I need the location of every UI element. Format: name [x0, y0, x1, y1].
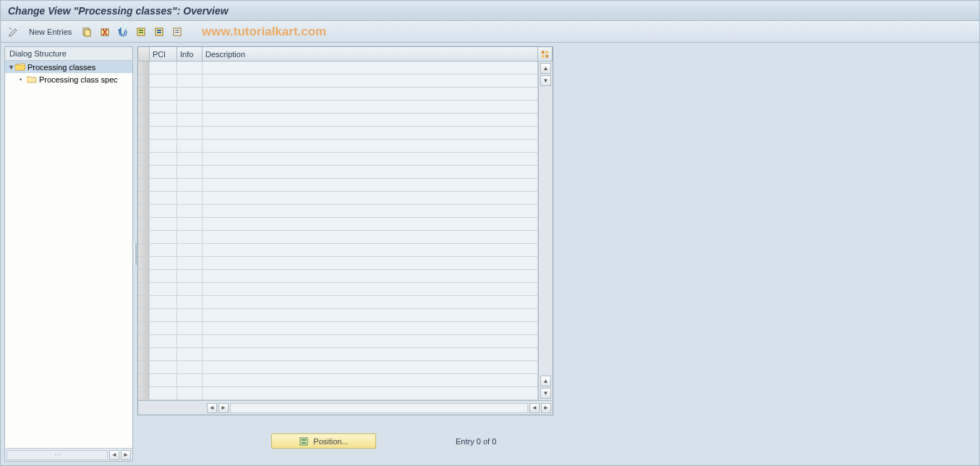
cell-info[interactable] [177, 192, 203, 204]
cell-description[interactable] [203, 244, 538, 256]
dialog-structure-tree[interactable]: ▼ Processing classes • Processing class … [5, 61, 132, 448]
table-row[interactable] [138, 192, 538, 205]
deselect-all-icon[interactable] [170, 25, 184, 39]
table-row[interactable] [138, 309, 538, 322]
cell-info[interactable] [177, 218, 203, 230]
grid-configure-icon[interactable] [538, 47, 553, 61]
cell-pcl[interactable] [150, 309, 177, 321]
table-row[interactable] [138, 348, 538, 361]
cell-pcl[interactable] [150, 257, 177, 269]
cell-description[interactable] [203, 309, 538, 321]
table-row[interactable] [138, 270, 538, 283]
table-row[interactable] [138, 218, 538, 231]
cell-description[interactable] [203, 114, 538, 126]
cell-info[interactable] [177, 283, 203, 295]
cell-info[interactable] [177, 348, 203, 360]
cell-info[interactable] [177, 374, 203, 386]
row-selector[interactable] [138, 62, 150, 74]
table-row[interactable] [138, 361, 538, 374]
cell-info[interactable] [177, 231, 203, 243]
cell-pcl[interactable] [150, 192, 177, 204]
table-row[interactable] [138, 114, 538, 127]
row-selector[interactable] [138, 218, 150, 230]
sidebar-hscroll[interactable]: ⋯ ◄ ► [5, 448, 132, 461]
row-selector[interactable] [138, 231, 150, 243]
grid-col-info[interactable]: Info [177, 47, 203, 61]
undo-icon[interactable] [116, 25, 130, 39]
sidebar-scroll-track[interactable]: ⋯ [7, 450, 108, 460]
row-selector[interactable] [138, 309, 150, 321]
cell-pcl[interactable] [150, 153, 177, 165]
table-row[interactable] [138, 322, 538, 335]
cell-description[interactable] [203, 387, 538, 399]
scroll-down-icon[interactable]: ▼ [540, 388, 551, 399]
scroll-right-icon[interactable]: ► [121, 450, 131, 460]
cell-description[interactable] [203, 231, 538, 243]
cell-pcl[interactable] [150, 387, 177, 399]
cell-pcl[interactable] [150, 166, 177, 178]
cell-info[interactable] [177, 127, 203, 139]
row-selector[interactable] [138, 374, 150, 386]
cell-pcl[interactable] [150, 361, 177, 373]
cell-pcl[interactable] [150, 88, 177, 100]
row-selector[interactable] [138, 270, 150, 282]
cell-info[interactable] [177, 166, 203, 178]
grid-select-all-cell[interactable] [138, 47, 150, 61]
cell-pcl[interactable] [150, 296, 177, 308]
grid-vscroll[interactable]: ▲ ▼ ▲ ▼ [538, 62, 553, 400]
position-button[interactable]: Position... [271, 433, 376, 449]
cell-description[interactable] [203, 153, 538, 165]
cell-description[interactable] [203, 257, 538, 269]
row-selector[interactable] [138, 361, 150, 373]
select-all-icon[interactable] [134, 25, 148, 39]
cell-info[interactable] [177, 361, 203, 373]
cell-pcl[interactable] [150, 127, 177, 139]
scroll-left-icon[interactable]: ◄ [207, 403, 217, 413]
cell-pcl[interactable] [150, 283, 177, 295]
table-row[interactable] [138, 283, 538, 296]
cell-description[interactable] [203, 192, 538, 204]
table-row[interactable] [138, 179, 538, 192]
table-row[interactable] [138, 166, 538, 179]
row-selector[interactable] [138, 179, 150, 191]
tree-item-processing-classes[interactable]: ▼ Processing classes [5, 61, 132, 73]
row-selector[interactable] [138, 140, 150, 152]
cell-description[interactable] [203, 205, 538, 217]
new-entries-button[interactable]: New Entries [25, 26, 76, 38]
cell-description[interactable] [203, 335, 538, 347]
cell-info[interactable] [177, 309, 203, 321]
cell-description[interactable] [203, 296, 538, 308]
row-selector[interactable] [138, 348, 150, 360]
table-row[interactable] [138, 88, 538, 101]
scroll-down-icon[interactable]: ▼ [540, 75, 551, 86]
row-selector[interactable] [138, 296, 150, 308]
cell-info[interactable] [177, 114, 203, 126]
table-row[interactable] [138, 374, 538, 387]
row-selector[interactable] [138, 283, 150, 295]
cell-description[interactable] [203, 374, 538, 386]
row-selector[interactable] [138, 244, 150, 256]
cell-info[interactable] [177, 387, 203, 399]
scroll-right-icon[interactable]: ► [218, 403, 229, 413]
cell-pcl[interactable] [150, 335, 177, 347]
scroll-left-icon[interactable]: ◄ [529, 403, 540, 413]
cell-description[interactable] [203, 127, 538, 139]
cell-info[interactable] [177, 88, 203, 100]
cell-pcl[interactable] [150, 231, 177, 243]
table-row[interactable] [138, 231, 538, 244]
cell-pcl[interactable] [150, 322, 177, 334]
cell-description[interactable] [203, 348, 538, 360]
cell-info[interactable] [177, 179, 203, 191]
scroll-left-icon[interactable]: ◄ [109, 450, 119, 460]
grid-col-pcl[interactable]: PCl [150, 47, 177, 61]
table-row[interactable] [138, 257, 538, 270]
cell-pcl[interactable] [150, 374, 177, 386]
grid-col-description[interactable]: Description [203, 47, 538, 61]
row-selector[interactable] [138, 192, 150, 204]
cell-description[interactable] [203, 101, 538, 113]
cell-description[interactable] [203, 218, 538, 230]
cell-description[interactable] [203, 179, 538, 191]
cell-info[interactable] [177, 257, 203, 269]
chevron-down-icon[interactable]: ▼ [8, 64, 15, 71]
cell-description[interactable] [203, 361, 538, 373]
